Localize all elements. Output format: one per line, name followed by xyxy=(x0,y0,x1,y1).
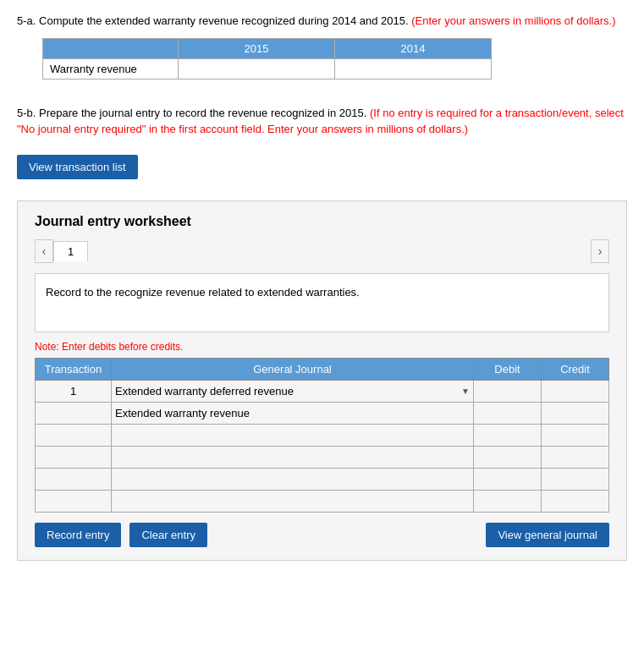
debit-input[interactable] xyxy=(474,425,541,446)
th-transaction: Transaction xyxy=(36,358,112,380)
table-row xyxy=(36,446,609,468)
part-a-question: 5-a. Compute the extended warranty reven… xyxy=(17,13,627,30)
debit-cell[interactable] xyxy=(474,468,542,490)
general-journal-cell[interactable] xyxy=(112,490,474,512)
table-row xyxy=(36,468,609,490)
debit-input[interactable] xyxy=(474,469,541,490)
part-b-text: Prepare the journal entry to record the … xyxy=(39,107,366,119)
general-journal-cell[interactable] xyxy=(112,424,474,446)
debit-cell[interactable] xyxy=(474,380,542,402)
transaction-num xyxy=(36,446,112,468)
general-journal-input[interactable] xyxy=(112,447,473,468)
th-general-journal: General Journal xyxy=(112,358,474,380)
part-a-empty-header xyxy=(43,38,179,58)
general-journal-input[interactable] xyxy=(112,425,473,446)
general-journal-cell[interactable]: ▼ xyxy=(112,380,474,402)
credit-input[interactable] xyxy=(542,425,608,446)
credit-cell[interactable] xyxy=(542,380,609,402)
input-2015-field[interactable] xyxy=(185,63,328,75)
record-entry-button[interactable]: Record entry xyxy=(35,523,121,547)
credit-input[interactable] xyxy=(542,491,608,512)
debit-cell[interactable] xyxy=(474,424,542,446)
credit-cell[interactable] xyxy=(542,446,609,468)
part-b-block: 5-b. Prepare the journal entry to record… xyxy=(17,105,627,561)
part-a-block: 5-a. Compute the extended warranty reven… xyxy=(17,13,627,80)
debit-cell[interactable] xyxy=(474,402,542,424)
transaction-num xyxy=(36,490,112,512)
transaction-num: 1 xyxy=(36,380,112,402)
journal-title: Journal entry worksheet xyxy=(35,214,609,229)
credit-input[interactable] xyxy=(542,403,608,424)
credit-cell[interactable] xyxy=(542,490,609,512)
general-journal-cell[interactable] xyxy=(112,468,474,490)
credit-cell[interactable] xyxy=(542,424,609,446)
debit-input[interactable] xyxy=(474,447,541,468)
table-row xyxy=(36,424,609,446)
credit-input[interactable] xyxy=(542,447,608,468)
clear-entry-button[interactable]: Clear entry xyxy=(129,523,207,547)
bottom-buttons: Record entry Clear entry View general jo… xyxy=(35,523,609,547)
tab-next-button[interactable]: › xyxy=(591,239,609,263)
table-row: Warranty revenue xyxy=(43,58,492,79)
input-2015[interactable] xyxy=(179,58,335,79)
th-debit: Debit xyxy=(474,358,542,380)
debit-input[interactable] xyxy=(474,403,541,424)
credit-cell[interactable] xyxy=(542,468,609,490)
table-row xyxy=(36,402,609,424)
debit-cell[interactable] xyxy=(474,490,542,512)
table-row xyxy=(36,490,609,512)
general-journal-input[interactable] xyxy=(112,491,473,512)
part-a-text: Compute the extended warranty revenue re… xyxy=(39,14,409,27)
part-a-prefix: 5-a. xyxy=(17,14,36,27)
transaction-num xyxy=(36,424,112,446)
view-transaction-button[interactable]: View transaction list xyxy=(17,155,138,179)
debit-input[interactable] xyxy=(474,381,541,402)
part-a-table: 2015 2014 Warranty revenue xyxy=(42,38,492,80)
input-2014-field[interactable] xyxy=(342,63,484,75)
table-row: 1 ▼ xyxy=(36,380,609,402)
transaction-num xyxy=(36,468,112,490)
credit-input[interactable] xyxy=(542,469,608,490)
tab-prev-button[interactable]: ‹ xyxy=(35,239,53,263)
description-box: Record to the recognize revenue related … xyxy=(35,273,609,332)
debit-cell[interactable] xyxy=(474,446,542,468)
part-a-header-2015: 2015 xyxy=(179,38,335,58)
general-journal-cell[interactable] xyxy=(112,402,474,424)
transaction-num xyxy=(36,402,112,424)
part-a-header-2014: 2014 xyxy=(335,38,492,58)
part-a-red: (Enter your answers in millions of dolla… xyxy=(411,14,615,27)
note-text: Note: Enter debits before credits. xyxy=(35,341,609,353)
tab-navigation: ‹ 1 › xyxy=(35,239,609,263)
journal-card: Journal entry worksheet ‹ 1 › Record to … xyxy=(17,200,627,561)
general-journal-input[interactable] xyxy=(112,403,473,424)
general-journal-cell[interactable] xyxy=(112,446,474,468)
tab-1[interactable]: 1 xyxy=(53,241,88,261)
part-b-prefix: 5-b. xyxy=(17,107,36,119)
description-text: Record to the recognize revenue related … xyxy=(46,286,360,299)
journal-table: Transaction General Journal Debit Credit… xyxy=(35,358,609,513)
part-b-question: 5-b. Prepare the journal entry to record… xyxy=(17,105,627,138)
row-label: Warranty revenue xyxy=(43,58,179,79)
general-journal-input[interactable] xyxy=(112,469,473,490)
credit-input[interactable] xyxy=(542,381,608,402)
general-journal-input[interactable] xyxy=(112,381,473,402)
debit-input[interactable] xyxy=(474,491,541,512)
th-credit: Credit xyxy=(542,358,609,380)
view-general-journal-button[interactable]: View general journal xyxy=(486,523,609,547)
input-2014[interactable] xyxy=(335,58,492,79)
credit-cell[interactable] xyxy=(542,402,609,424)
